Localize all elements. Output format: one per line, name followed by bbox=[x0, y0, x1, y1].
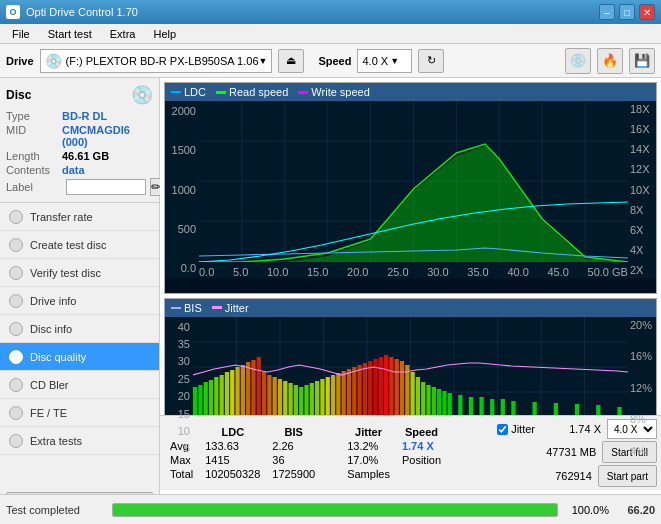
y-bot-15: 15 bbox=[165, 408, 190, 420]
nav-cd-bler-label: CD Bler bbox=[30, 379, 69, 391]
x-top-25: 25.0 bbox=[387, 266, 408, 278]
x-top-5: 5.0 bbox=[233, 266, 248, 278]
total-samples-val: 762914 bbox=[555, 470, 592, 482]
progress-bar-fill bbox=[113, 504, 557, 516]
stats-header-speed: Speed bbox=[396, 425, 447, 439]
speed-select[interactable]: 4.0 X ▼ bbox=[357, 49, 412, 73]
x-top-40: 40.0 bbox=[507, 266, 528, 278]
nav-verify-test-disc[interactable]: Verify test disc bbox=[0, 259, 159, 287]
y-bot-r-20: 20% bbox=[630, 319, 656, 331]
sidebar: Disc 💿 Type BD-R DL MID CMCMAGDI6 (000) … bbox=[0, 78, 160, 524]
jitter-legend: Jitter bbox=[225, 302, 249, 314]
nav-create-test-disc-label: Create test disc bbox=[30, 239, 106, 251]
stats-avg-bis: 2.26 bbox=[266, 439, 321, 453]
y-top-r-4x: 4X bbox=[630, 244, 656, 256]
menu-extra[interactable]: Extra bbox=[102, 27, 144, 41]
y-top-r-12x: 12X bbox=[630, 163, 656, 175]
bot-chart-title: BIS Jitter bbox=[165, 299, 656, 317]
y-bot-r-4: 4% bbox=[630, 445, 656, 457]
y-top-0: 0.0 bbox=[165, 262, 196, 274]
length-label: Length bbox=[6, 150, 62, 162]
type-value: BD-R DL bbox=[62, 110, 107, 122]
save-button[interactable]: 💾 bbox=[629, 48, 655, 74]
app-title: Opti Drive Control 1.70 bbox=[26, 6, 138, 18]
y-bot-30: 30 bbox=[165, 355, 190, 367]
bottom-bar: Test completed 100.0% 66.20 bbox=[0, 494, 661, 524]
title-bar: O Opti Drive Control 1.70 – □ ✕ bbox=[0, 0, 661, 24]
length-value: 46.61 GB bbox=[62, 150, 109, 162]
stats-max-position-label: Position bbox=[396, 453, 447, 467]
mid-label: MID bbox=[6, 124, 62, 148]
y-bot-40: 40 bbox=[165, 321, 190, 333]
top-chart-svg bbox=[199, 101, 628, 262]
drive-icon: 💿 bbox=[45, 53, 62, 69]
refresh-button[interactable]: ↻ bbox=[418, 49, 444, 73]
nav-disc-info-label: Disc info bbox=[30, 323, 72, 335]
stats-avg-jitter: 13.2% bbox=[341, 439, 396, 453]
y-bot-r-16: 16% bbox=[630, 350, 656, 362]
close-button[interactable]: ✕ bbox=[639, 4, 655, 20]
progress-bar bbox=[112, 503, 558, 517]
nav-transfer-rate[interactable]: Transfer rate bbox=[0, 203, 159, 231]
y-top-r-16x: 16X bbox=[630, 123, 656, 135]
nav-fe-te[interactable]: FE / TE bbox=[0, 399, 159, 427]
stats-header-jitter: Jitter bbox=[341, 425, 396, 439]
stats-bar: LDC BIS Jitter Speed Avg 133.63 2.26 13.… bbox=[160, 415, 661, 490]
y-top-r-8x: 8X bbox=[630, 204, 656, 216]
y-top-2000: 2000 bbox=[165, 105, 196, 117]
start-part-button[interactable]: Start part bbox=[598, 465, 657, 487]
nav-items: Transfer rate Create test disc Verify te… bbox=[0, 203, 159, 486]
nav-disc-info[interactable]: Disc info bbox=[0, 315, 159, 343]
bis-legend: BIS bbox=[184, 302, 202, 314]
ldc-legend: LDC bbox=[184, 86, 206, 98]
main-area: Disc 💿 Type BD-R DL MID CMCMAGDI6 (000) … bbox=[0, 78, 661, 524]
burn-button[interactable]: 🔥 bbox=[597, 48, 623, 74]
drive-label: Drive bbox=[6, 55, 34, 67]
menu-start-test[interactable]: Start test bbox=[40, 27, 100, 41]
y-bot-25: 25 bbox=[165, 373, 190, 385]
disc-button[interactable]: 💿 bbox=[565, 48, 591, 74]
window-controls[interactable]: – □ ✕ bbox=[599, 4, 655, 20]
menu-file[interactable]: File bbox=[4, 27, 38, 41]
minimize-button[interactable]: – bbox=[599, 4, 615, 20]
type-label: Type bbox=[6, 110, 62, 122]
y-bot-35: 35 bbox=[165, 338, 190, 350]
top-chart-panel: LDC Read speed Write speed 2000 1500 100… bbox=[164, 82, 657, 294]
stats-header-ldc: LDC bbox=[199, 425, 266, 439]
x-top-30: 30.0 bbox=[427, 266, 448, 278]
menu-help[interactable]: Help bbox=[145, 27, 184, 41]
x-top-15: 15.0 bbox=[307, 266, 328, 278]
y-top-r-10x: 10X bbox=[630, 184, 656, 196]
menu-bar: File Start test Extra Help bbox=[0, 24, 661, 44]
disc-panel-icon: 💿 bbox=[131, 84, 153, 106]
y-top-r-18x: 18X bbox=[630, 103, 656, 115]
maximize-button[interactable]: □ bbox=[619, 4, 635, 20]
toolbar: Drive 💿 (F:) PLEXTOR BD-R PX-LB950SA 1.0… bbox=[0, 44, 661, 78]
disc-panel: Disc 💿 Type BD-R DL MID CMCMAGDI6 (000) … bbox=[0, 78, 159, 203]
chart-area: LDC Read speed Write speed 2000 1500 100… bbox=[160, 78, 661, 524]
top-chart-title: LDC Read speed Write speed bbox=[165, 83, 656, 101]
stats-avg-speed: 1.74 X bbox=[396, 439, 447, 453]
label-label: Label bbox=[6, 181, 62, 193]
stats-table: LDC BIS Jitter Speed Avg 133.63 2.26 13.… bbox=[164, 425, 447, 481]
x-top-10: 10.0 bbox=[267, 266, 288, 278]
drive-select[interactable]: 💿 (F:) PLEXTOR BD-R PX-LB950SA 1.06 ▼ bbox=[40, 49, 273, 73]
y-top-1000: 1000 bbox=[165, 184, 196, 196]
progress-percent: 100.0% bbox=[564, 504, 609, 516]
drive-value: (F:) PLEXTOR BD-R PX-LB950SA 1.06 bbox=[66, 55, 259, 67]
eject-button[interactable]: ⏏ bbox=[278, 49, 304, 73]
nav-drive-info[interactable]: Drive info bbox=[0, 287, 159, 315]
nav-drive-info-label: Drive info bbox=[30, 295, 76, 307]
label-input[interactable] bbox=[66, 179, 146, 195]
contents-value: data bbox=[62, 164, 85, 176]
stats-avg-ldc: 133.63 bbox=[199, 439, 266, 453]
stats-total-label: Total bbox=[164, 467, 199, 481]
nav-create-test-disc[interactable]: Create test disc bbox=[0, 231, 159, 259]
jitter-checkbox[interactable] bbox=[497, 424, 508, 435]
status-text: Test completed bbox=[6, 504, 106, 516]
nav-extra-tests[interactable]: Extra tests bbox=[0, 427, 159, 455]
x-top-45: 45.0 bbox=[547, 266, 568, 278]
nav-cd-bler[interactable]: CD Bler bbox=[0, 371, 159, 399]
nav-disc-quality[interactable]: Disc quality bbox=[0, 343, 159, 371]
y-bot-r-12: 12% bbox=[630, 382, 656, 394]
